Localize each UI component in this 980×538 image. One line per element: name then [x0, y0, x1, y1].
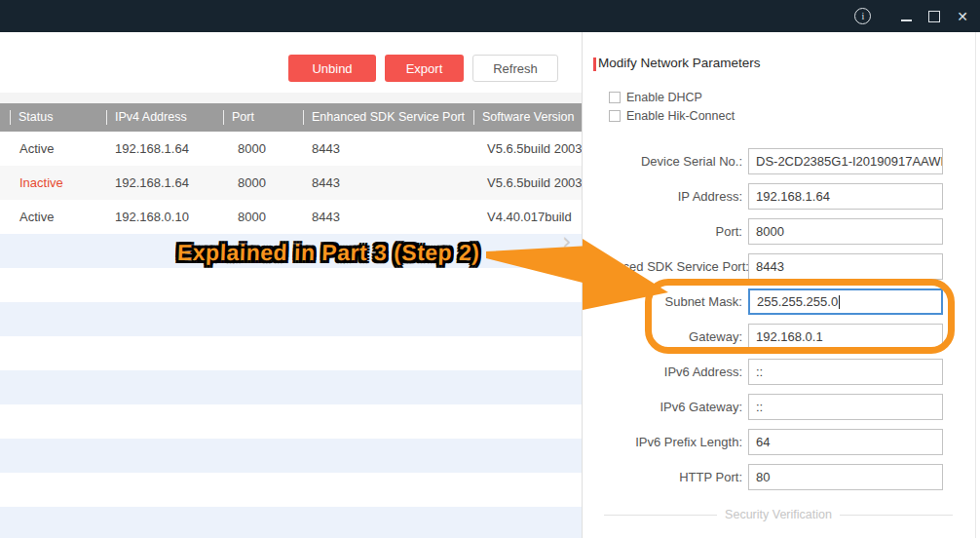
cell-sdk-port: 8443: [312, 166, 340, 200]
field-label: IP Address:: [586, 189, 742, 204]
panel-divider: [582, 32, 583, 538]
cell-version: V5.6.5build 2003: [487, 166, 582, 200]
field-label: IPv6 Address:: [586, 365, 742, 379]
export-button[interactable]: Export: [385, 55, 464, 82]
table-header: Status IPv4 Address Port Enhanced SDK Se…: [0, 103, 582, 132]
field-label: Port:: [586, 224, 742, 239]
panel-title-accent: [593, 58, 596, 71]
maximize-icon[interactable]: [928, 11, 940, 22]
field-input[interactable]: ::: [748, 359, 943, 385]
cell-port: 8000: [238, 200, 266, 234]
enable-hik-connect-checkbox-row[interactable]: Enable Hik-Connect: [609, 108, 735, 124]
field-label: Enhanced SDK Service Port:: [586, 259, 742, 274]
cell-status: Inactive: [19, 166, 63, 200]
table-row[interactable]: Active 192.168.0.10 8000 8443 V4.40.017b…: [0, 200, 582, 234]
modify-network-parameters-panel: Modify Network Parameters Enable DHCP En…: [583, 32, 975, 538]
field-label: HTTP Port:: [586, 470, 742, 484]
table-stripe: [0, 268, 582, 302]
field-value: 80: [756, 470, 770, 484]
table-stripe: [0, 473, 582, 507]
field-label: Device Serial No.:: [586, 154, 742, 169]
table-stripe: [0, 370, 582, 404]
field-label: Gateway:: [586, 329, 742, 344]
expand-panel-chevron-icon[interactable]: ›: [562, 228, 572, 255]
field-value: ::: [756, 365, 763, 379]
field-input[interactable]: 192.168.1.64: [748, 183, 943, 210]
panel-title: Modify Network Parameters: [598, 56, 761, 70]
column-header-ipv4[interactable]: IPv4 Address: [115, 103, 187, 132]
table-row[interactable]: Active 192.168.1.64 8000 8443 V5.6.5buil…: [0, 132, 582, 166]
field-label: IPv6 Prefix Length:: [586, 435, 742, 449]
cell-ipv4: 192.168.0.10: [115, 200, 189, 234]
table-top-strip: [0, 93, 582, 103]
field-input[interactable]: 64: [748, 429, 943, 455]
field-value: 8000: [756, 224, 784, 239]
cell-version: V5.6.5build 2003: [487, 132, 582, 166]
checkbox-label: Enable Hik-Connect: [626, 109, 735, 123]
field-value: 192.168.1.64: [756, 189, 830, 204]
security-verification-divider: Security Verification: [604, 508, 953, 521]
checkbox-icon[interactable]: [609, 92, 621, 103]
cell-status: Active: [19, 200, 54, 234]
field-input[interactable]: 8000: [748, 218, 943, 245]
table-stripe: [0, 336, 582, 370]
cell-version: V4.40.017build: [487, 200, 572, 234]
column-header-port[interactable]: Port: [232, 103, 254, 132]
table-row[interactable]: Inactive 192.168.1.64 8000 8443 V5.6.5bu…: [0, 166, 582, 200]
security-verification-label: Security Verification: [725, 508, 832, 521]
checkbox-icon[interactable]: [609, 110, 621, 122]
table-stripe: [0, 404, 582, 439]
field-input[interactable]: 80: [748, 464, 943, 490]
field-label: IPv6 Gateway:: [586, 400, 742, 414]
field-input[interactable]: 255.255.255.0: [748, 288, 943, 315]
annotation-text: Explained in Part 3 (Step 2): [177, 240, 480, 266]
table-stripe: [0, 507, 582, 538]
field-value: 192.168.0.1: [756, 329, 823, 344]
cell-sdk-port: 8443: [312, 132, 340, 166]
field-value: 64: [756, 435, 770, 449]
close-icon[interactable]: ✕: [957, 10, 968, 23]
field-input[interactable]: ::: [748, 394, 943, 420]
cell-sdk-port: 8443: [312, 200, 340, 234]
field-label: Subnet Mask:: [586, 294, 742, 309]
table-stripe: [0, 439, 582, 473]
field-value: 255.255.255.0: [757, 294, 838, 309]
cell-ipv4: 192.168.1.64: [115, 132, 189, 166]
field-input[interactable]: 192.168.0.1: [748, 324, 943, 350]
window-titlebar: i ✕: [0, 0, 980, 32]
window-right-edge: [975, 32, 976, 538]
minimize-icon[interactable]: [901, 19, 912, 21]
refresh-button[interactable]: Refresh: [472, 55, 558, 82]
cell-ipv4: 192.168.1.64: [115, 166, 189, 200]
field-value: DS-2CD2385G1-I20190917AAWRD6: [756, 154, 943, 169]
field-input[interactable]: 8443: [748, 253, 943, 280]
column-header-status[interactable]: Status: [19, 103, 53, 132]
field-value: ::: [756, 400, 763, 414]
cell-status: Active: [19, 132, 54, 166]
info-icon[interactable]: i: [854, 8, 871, 24]
checkbox-label: Enable DHCP: [626, 91, 702, 104]
unbind-button[interactable]: Unbind: [288, 55, 376, 82]
field-value: 8443: [756, 259, 784, 274]
table-stripe: [0, 302, 582, 336]
column-header-sdk-port[interactable]: Enhanced SDK Service Port: [312, 103, 465, 132]
cell-port: 8000: [238, 132, 266, 166]
cell-port: 8000: [238, 166, 266, 200]
field-input[interactable]: DS-2CD2385G1-I20190917AAWRD6: [748, 148, 943, 174]
enable-dhcp-checkbox-row[interactable]: Enable DHCP: [609, 90, 702, 105]
column-header-software-version[interactable]: Software Version: [482, 103, 575, 132]
text-caret: [839, 295, 840, 309]
